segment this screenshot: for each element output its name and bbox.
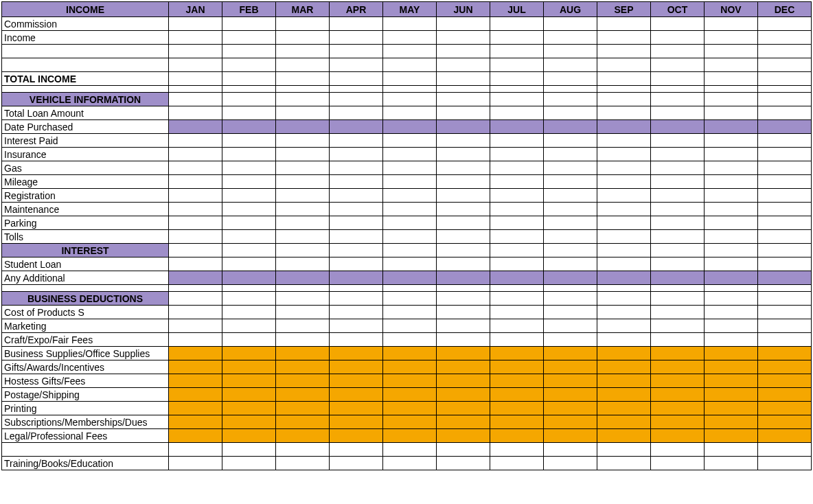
data-cell[interactable] [437,148,490,161]
data-cell[interactable] [383,271,437,285]
data-cell[interactable] [758,457,812,470]
data-cell[interactable] [758,106,812,120]
data-cell[interactable] [222,72,276,86]
data-cell[interactable] [758,31,812,45]
data-cell[interactable] [544,257,597,271]
data-cell[interactable] [705,429,758,443]
row-label[interactable]: Commission [2,17,169,31]
data-cell[interactable] [437,347,490,360]
data-cell[interactable] [705,347,758,360]
data-cell[interactable] [276,175,330,189]
data-cell[interactable] [169,306,222,319]
data-cell[interactable] [651,106,705,120]
data-cell[interactable] [651,244,705,257]
data-cell[interactable] [490,216,544,230]
data-cell[interactable] [490,148,544,161]
data-cell[interactable] [383,443,437,457]
data-cell[interactable] [437,31,490,45]
data-cell[interactable] [437,429,490,443]
data-cell[interactable] [651,93,705,106]
data-cell[interactable] [330,374,383,388]
data-cell[interactable] [544,429,597,443]
data-cell[interactable] [705,415,758,429]
row-label[interactable]: Craft/Expo/Fair Fees [2,333,169,347]
data-cell[interactable] [705,106,758,120]
data-cell[interactable] [490,374,544,388]
data-cell[interactable] [169,457,222,470]
data-cell[interactable] [276,72,330,86]
data-cell[interactable] [597,93,651,106]
data-cell[interactable] [758,203,812,216]
data-cell[interactable] [597,306,651,319]
data-cell[interactable] [651,374,705,388]
data-cell[interactable] [383,216,437,230]
data-cell[interactable] [330,347,383,360]
data-cell[interactable] [758,120,812,134]
data-cell[interactable] [705,45,758,58]
data-cell[interactable] [222,457,276,470]
data-cell[interactable] [169,360,222,374]
data-cell[interactable] [222,203,276,216]
data-cell[interactable] [169,415,222,429]
data-cell[interactable] [169,72,222,86]
data-cell[interactable] [490,161,544,175]
data-cell[interactable] [383,120,437,134]
row-label[interactable]: Subscriptions/Memberships/Dues [2,415,169,429]
data-cell[interactable] [705,319,758,333]
data-cell[interactable] [597,106,651,120]
data-cell[interactable] [651,216,705,230]
data-cell[interactable] [276,148,330,161]
data-cell[interactable] [705,148,758,161]
data-cell[interactable] [490,120,544,134]
data-cell[interactable] [222,175,276,189]
data-cell[interactable] [330,360,383,374]
data-cell[interactable] [758,374,812,388]
data-cell[interactable] [544,58,597,72]
data-cell[interactable] [437,45,490,58]
data-cell[interactable] [597,134,651,148]
data-cell[interactable] [437,161,490,175]
row-label[interactable]: Postage/Shipping [2,388,169,402]
data-cell[interactable] [597,58,651,72]
data-cell[interactable] [490,333,544,347]
data-cell[interactable] [597,216,651,230]
data-cell[interactable] [490,72,544,86]
data-cell[interactable] [651,388,705,402]
data-cell[interactable] [544,72,597,86]
data-cell[interactable] [383,257,437,271]
data-cell[interactable] [169,93,222,106]
data-cell[interactable] [544,203,597,216]
data-cell[interactable] [597,175,651,189]
data-cell[interactable] [544,17,597,31]
row-label[interactable] [2,45,169,58]
data-cell[interactable] [383,306,437,319]
data-cell[interactable] [222,106,276,120]
data-cell[interactable] [490,134,544,148]
data-cell[interactable] [276,203,330,216]
data-cell[interactable] [276,93,330,106]
row-label[interactable]: Gas [2,161,169,175]
data-cell[interactable] [544,189,597,203]
data-cell[interactable] [276,374,330,388]
data-cell[interactable] [169,203,222,216]
data-cell[interactable] [597,347,651,360]
data-cell[interactable] [437,120,490,134]
data-cell[interactable] [705,161,758,175]
data-cell[interactable] [597,244,651,257]
data-cell[interactable] [330,292,383,306]
data-cell[interactable] [383,360,437,374]
data-cell[interactable] [437,374,490,388]
data-cell[interactable] [705,374,758,388]
data-cell[interactable] [169,31,222,45]
data-cell[interactable] [705,306,758,319]
data-cell[interactable] [544,443,597,457]
data-cell[interactable] [330,306,383,319]
data-cell[interactable] [383,45,437,58]
data-cell[interactable] [544,106,597,120]
data-cell[interactable] [222,134,276,148]
data-cell[interactable] [276,415,330,429]
data-cell[interactable] [222,257,276,271]
data-cell[interactable] [276,120,330,134]
data-cell[interactable] [490,306,544,319]
data-cell[interactable] [490,230,544,244]
